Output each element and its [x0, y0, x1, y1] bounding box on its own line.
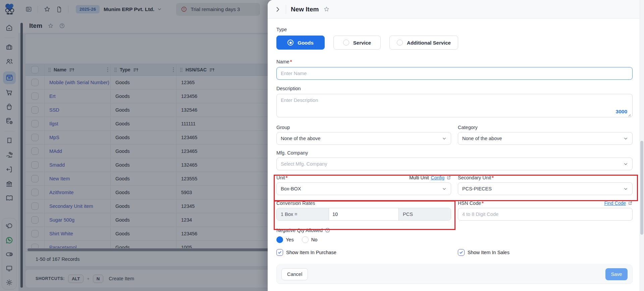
mfg-company-placeholder: Select Mfg. Company	[281, 161, 327, 167]
secondary-unit-select[interactable]: PCS-PIECES	[458, 182, 633, 195]
description-wrap: 3000	[276, 94, 633, 119]
radio-unselected-icon	[343, 40, 349, 46]
multi-unit-label: Multi Unit	[409, 175, 429, 180]
external-link-icon	[446, 175, 451, 180]
external-link-icon	[628, 201, 633, 206]
type-option-goods[interactable]: Goods	[276, 36, 325, 50]
find-code-link[interactable]: Find Code	[604, 200, 626, 206]
radio-selected-icon	[287, 40, 293, 46]
chevron-down-icon	[623, 186, 628, 191]
type-option-label: Service	[353, 40, 371, 46]
secondary-unit-value: PCS-PIECES	[462, 186, 492, 191]
config-link[interactable]: Config	[431, 175, 444, 180]
screen: 2025-26 Munim ERP Pvt. Ltd. Trial remain…	[0, 0, 644, 291]
required-asterisk: *	[286, 175, 288, 180]
char-counter: 3000	[616, 109, 627, 115]
drawer-collapse-icon[interactable]	[274, 6, 281, 13]
required-asterisk: *	[290, 59, 292, 64]
category-label: Category	[458, 125, 633, 130]
category-value: None of the above	[462, 136, 502, 141]
drawer-scrollbar-thumb[interactable]	[640, 141, 643, 235]
chevron-down-icon	[623, 136, 628, 141]
new-item-drawer: New Item Type Goods Service Additional S…	[268, 0, 644, 291]
drawer-footer: Cancel Save	[276, 265, 633, 284]
drawer-title: New Item	[291, 6, 319, 13]
unit-label: Unit*	[276, 175, 287, 180]
radio-unselected-icon	[302, 236, 309, 243]
required-asterisk: *	[482, 200, 484, 206]
group-select[interactable]: None of the above	[276, 132, 451, 145]
type-options: Goods Service Additional Service	[276, 36, 633, 50]
secondary-unit-label: Secondary Unit*	[458, 175, 633, 180]
save-button[interactable]: Save	[605, 268, 628, 280]
cancel-button[interactable]: Cancel	[281, 268, 308, 280]
category-select[interactable]: None of the above	[458, 132, 633, 145]
conversion-rhs: PCS	[399, 208, 451, 220]
group-value: None of the above	[281, 136, 321, 141]
unit-row: Unit* Multi Unit Config Box-BOX	[276, 175, 633, 195]
radio-selected-icon	[276, 236, 283, 243]
negative-qty-row: Negative Qty Allowed	[276, 227, 633, 233]
conversion-group: 1 Box = PCS	[276, 208, 451, 221]
radio-unselected-icon	[397, 40, 403, 46]
conversion-rate-input[interactable]	[329, 208, 399, 220]
hsn-code-label: HSN Code*	[458, 200, 484, 206]
conversion-rates-label: Conversion Rates	[276, 200, 451, 206]
group-label: Group	[276, 125, 451, 130]
hsn-code-input[interactable]	[458, 208, 633, 221]
help-circle-icon[interactable]	[325, 227, 330, 233]
name-label: Name*	[276, 59, 633, 64]
type-option-service[interactable]: Service	[333, 36, 381, 50]
name-input[interactable]	[276, 67, 633, 80]
show-item-row: Show Item In Purchase Show Item In Sales	[276, 249, 633, 256]
checkbox-checked-icon	[458, 249, 465, 256]
negative-qty-yes[interactable]: Yes	[276, 236, 294, 243]
unit-select[interactable]: Box-BOX	[276, 182, 451, 195]
type-option-label: Goods	[298, 40, 314, 46]
type-option-label: Additional Service	[407, 40, 451, 46]
type-option-additional-service[interactable]: Additional Service	[389, 36, 458, 50]
show-item-in-purchase-checkbox[interactable]: Show Item In Purchase	[276, 249, 451, 256]
drawer-star-icon[interactable]	[323, 6, 330, 12]
checkbox-checked-icon	[276, 249, 283, 256]
show-sales-label: Show Item In Sales	[468, 250, 509, 255]
type-label: Type	[276, 27, 633, 32]
description-label: Description	[276, 86, 633, 91]
required-asterisk: *	[492, 175, 494, 180]
show-purchase-label: Show Item In Purchase	[286, 250, 336, 255]
description-textarea[interactable]	[276, 94, 633, 117]
negative-qty-no[interactable]: No	[302, 236, 318, 243]
drawer-header: New Item	[268, 0, 644, 19]
resize-grip-icon[interactable]	[628, 114, 631, 117]
divider	[286, 5, 286, 14]
chevron-down-icon	[442, 186, 447, 191]
conversion-hsn-row: Conversion Rates 1 Box = PCS HSN Code* F…	[276, 200, 633, 221]
yes-label: Yes	[286, 237, 294, 242]
show-item-in-sales-checkbox[interactable]: Show Item In Sales	[458, 249, 633, 256]
conversion-lhs: 1 Box =	[277, 208, 329, 220]
drawer-body: Type Goods Service Additional Service Na…	[268, 19, 644, 284]
no-label: No	[311, 237, 318, 242]
group-category-row: Group None of the above Category None of…	[276, 125, 633, 145]
mfg-company-select[interactable]: Select Mfg. Company	[276, 158, 633, 170]
mfg-company-label: Mfg. Company	[276, 150, 633, 156]
chevron-down-icon	[442, 136, 447, 141]
unit-value: Box-BOX	[281, 186, 301, 191]
negative-qty-options: Yes No	[276, 236, 633, 243]
chevron-down-icon	[623, 162, 628, 167]
negative-qty-label: Negative Qty Allowed	[276, 228, 323, 233]
drawer-scrollbar[interactable]	[640, 0, 644, 291]
